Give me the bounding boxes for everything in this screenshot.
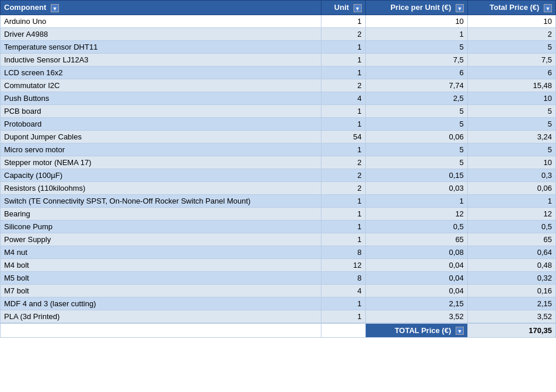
component-cell: Protoboard	[1, 117, 321, 130]
price-cell: 7,74	[365, 79, 467, 92]
total-cell: 1	[467, 194, 555, 207]
total-filter-icon[interactable]: ▼	[544, 4, 552, 12]
unit-filter-icon[interactable]: ▼	[354, 4, 362, 12]
price-cell: 6	[365, 66, 467, 79]
component-cell: Stepper motor (NEMA 17)	[1, 156, 321, 169]
unit-cell: 1	[321, 194, 366, 207]
component-cell: Switch (TE Connectivity SPST, On-None-Of…	[1, 194, 321, 207]
total-cell: 7,5	[467, 53, 555, 66]
table-row: Capacity (100µF)20,150,3	[1, 169, 556, 181]
table-row: Commutator I2C27,7415,48	[1, 79, 556, 92]
table-row: M4 nut80,080,64	[1, 246, 556, 258]
price-cell: 3,52	[365, 310, 467, 323]
component-cell: MDF 4 and 3 (laser cutting)	[1, 297, 321, 310]
component-cell: Dupont Jumper Cables	[1, 130, 321, 143]
total-cell: 10	[467, 156, 555, 169]
component-table: Component ▼ Unit ▼ Price per Unit (€) ▼ …	[0, 0, 556, 338]
price-cell: 0,03	[365, 181, 467, 194]
table-row: Driver A4988212	[1, 27, 556, 40]
unit-cell: 1	[321, 40, 366, 53]
total-cell: 0,64	[467, 246, 555, 258]
table-row: M5 bolt80,040,32	[1, 271, 556, 284]
total-value-text: 170,35	[529, 326, 552, 335]
unit-header: Unit ▼	[321, 1, 366, 15]
table-footer: TOTAL Price (€) ▼ 170,35	[1, 323, 556, 338]
table-row: Micro servo motor155	[1, 143, 556, 156]
table-row: Arduino Uno11010	[1, 15, 556, 27]
price-cell: 0,04	[365, 284, 467, 297]
unit-cell: 1	[321, 233, 366, 246]
price-filter-icon[interactable]: ▼	[456, 4, 464, 12]
table-row: Bearing11212	[1, 207, 556, 220]
component-cell: Micro servo motor	[1, 143, 321, 156]
table-row: Switch (TE Connectivity SPST, On-None-Of…	[1, 194, 556, 207]
table-row: Push Buttons42,510	[1, 92, 556, 104]
unit-cell: 2	[321, 79, 366, 92]
price-cell: 7,5	[365, 53, 467, 66]
unit-cell: 1	[321, 66, 366, 79]
unit-cell: 1	[321, 15, 366, 27]
unit-cell: 1	[321, 104, 366, 117]
price-cell: 5	[365, 156, 467, 169]
table-row: Resistors (110kiloohms)20,030,06	[1, 181, 556, 194]
unit-cell: 54	[321, 130, 366, 143]
table-body: Arduino Uno11010Driver A4988212Temperatu…	[1, 15, 556, 323]
table-row: Power Supply16565	[1, 233, 556, 246]
component-filter-icon[interactable]: ▼	[51, 4, 59, 12]
unit-cell: 1	[321, 53, 366, 66]
price-cell: 1	[365, 27, 467, 40]
component-cell: LCD screen 16x2	[1, 66, 321, 79]
footer-total-spacer-2	[321, 323, 366, 338]
total-cell: 0,48	[467, 258, 555, 271]
component-cell: Inductive Sensor LJ12A3	[1, 53, 321, 66]
total-cell: 5	[467, 104, 555, 117]
table-row: Stepper motor (NEMA 17)2510	[1, 156, 556, 169]
unit-cell: 1	[321, 220, 366, 233]
component-cell: Power Supply	[1, 233, 321, 246]
table-row: Inductive Sensor LJ12A317,57,5	[1, 53, 556, 66]
total-header: Total Price (€) ▼	[467, 1, 555, 15]
total-cell: 2,15	[467, 297, 555, 310]
total-cell: 0,16	[467, 284, 555, 297]
component-cell: PLA (3d Printed)	[1, 310, 321, 323]
component-cell: PCB board	[1, 104, 321, 117]
footer-total-row: TOTAL Price (€) ▼ 170,35	[1, 323, 556, 338]
unit-cell: 4	[321, 92, 366, 104]
component-cell: Arduino Uno	[1, 15, 321, 27]
component-cell: M7 bolt	[1, 284, 321, 297]
component-header-label: Component	[4, 3, 46, 12]
price-header: Price per Unit (€) ▼	[365, 1, 467, 15]
total-cell: 10	[467, 92, 555, 104]
table-row: PCB board155	[1, 104, 556, 117]
component-cell: Silicone Pump	[1, 220, 321, 233]
total-cell: 10	[467, 15, 555, 27]
total-cell: 0,3	[467, 169, 555, 181]
header-row: Component ▼ Unit ▼ Price per Unit (€) ▼ …	[1, 1, 556, 15]
price-cell: 0,06	[365, 130, 467, 143]
table-row: Temperature sensor DHT11155	[1, 40, 556, 53]
price-cell: 5	[365, 117, 467, 130]
total-cell: 0,32	[467, 271, 555, 284]
price-cell: 5	[365, 40, 467, 53]
total-cell: 65	[467, 233, 555, 246]
spreadsheet-container: Component ▼ Unit ▼ Price per Unit (€) ▼ …	[0, 0, 556, 338]
unit-cell: 2	[321, 27, 366, 40]
price-cell: 5	[365, 104, 467, 117]
unit-cell: 1	[321, 207, 366, 220]
price-cell: 0,04	[365, 258, 467, 271]
component-cell: Bearing	[1, 207, 321, 220]
unit-header-label: Unit	[334, 3, 349, 12]
total-cell: 6	[467, 66, 555, 79]
total-price-value: 170,35	[467, 323, 555, 338]
price-cell: 65	[365, 233, 467, 246]
price-cell: 0,15	[365, 169, 467, 181]
price-cell: 0,08	[365, 246, 467, 258]
table-row: M7 bolt40,040,16	[1, 284, 556, 297]
total-cell: 5	[467, 117, 555, 130]
component-cell: Resistors (110kiloohms)	[1, 181, 321, 194]
total-footer-filter-icon[interactable]: ▼	[456, 327, 464, 335]
total-label-text: TOTAL Price (€)	[394, 326, 451, 335]
table-row: Silicone Pump10,50,5	[1, 220, 556, 233]
component-cell: M5 bolt	[1, 271, 321, 284]
total-cell: 15,48	[467, 79, 555, 92]
